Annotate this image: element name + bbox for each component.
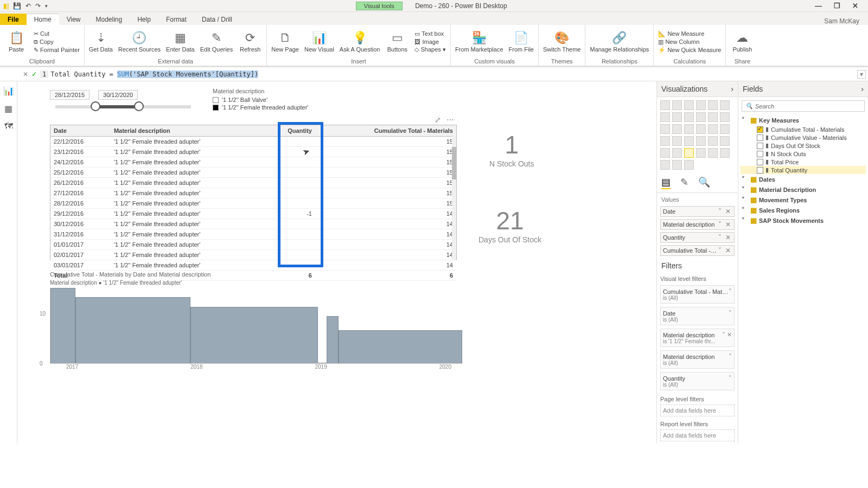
switch-theme-button[interactable]: 🎨Switch Theme	[543, 31, 581, 53]
report-filters-drop[interactable]: Add data fields here	[660, 429, 735, 441]
table-scrollbar[interactable]	[452, 136, 456, 260]
formula-commit-icon[interactable]: ✓	[31, 70, 37, 78]
tab-modeling[interactable]: Modeling	[88, 14, 130, 25]
cut-button[interactable]: ✂ Cut	[34, 30, 80, 37]
checkbox-icon[interactable]	[757, 134, 763, 141]
field-table[interactable]: ˅▦Dates	[741, 174, 866, 184]
enter-data-button[interactable]: ▦Enter Data	[166, 31, 195, 53]
tab-data-drill[interactable]: Data / Drill	[194, 14, 240, 25]
new-page-button[interactable]: 🗋New Page	[271, 31, 299, 53]
fields-header[interactable]: Fields ›	[738, 81, 868, 97]
field-measure[interactable]: ▮Cumulative Value - Materials	[741, 133, 866, 142]
table-row[interactable]: 03/01/2017'1 1/2'' Female threaded adupt…	[50, 260, 456, 271]
field-measure[interactable]: ▮N Stock Outs	[741, 150, 866, 158]
col-cumulative[interactable]: Cumulative Total - Materials	[315, 125, 456, 137]
fields-search-input[interactable]: 🔍 Search	[742, 100, 865, 112]
slicer-track[interactable]	[55, 105, 191, 108]
col-quantity[interactable]: Quantity	[264, 125, 315, 137]
qat-redo-icon[interactable]: ↷	[35, 2, 41, 10]
checkbox-icon[interactable]	[757, 151, 763, 157]
checkbox-icon[interactable]	[757, 159, 763, 165]
new-quick-measure-button[interactable]: ⚡ New Quick Measure	[658, 47, 721, 54]
slicer-handle-left[interactable]	[91, 101, 100, 111]
report-view-icon[interactable]: 📊	[3, 86, 14, 96]
edit-queries-button[interactable]: ✎Edit Queries	[200, 31, 233, 53]
date-end[interactable]: 30/12/2020	[98, 90, 138, 100]
well-quantity[interactable]: Quantity˅ ✕	[660, 232, 735, 243]
textbox-button[interactable]: ▭ Text box	[414, 30, 445, 37]
formula-input[interactable]: 1Total Quantity = SUM('SAP Stock Movemen…	[40, 70, 854, 78]
table-row[interactable]: 26/12/2016'1 1/2'' Female threaded adupt…	[50, 178, 456, 188]
checkbox-icon[interactable]	[757, 126, 763, 133]
table-visual[interactable]: ⤢ ⋯ Date Material description Quantity C…	[50, 125, 457, 260]
qat-save-icon[interactable]: 💾	[13, 2, 21, 10]
visualizations-header[interactable]: Visualizations ›	[657, 81, 738, 97]
tab-help[interactable]: Help	[130, 14, 158, 25]
filter-card[interactable]: Quantity˅is (All)	[660, 372, 735, 390]
col-material[interactable]: Material description	[111, 125, 264, 137]
analytics-tab-icon[interactable]: 🔍	[698, 176, 710, 189]
legend-item-0[interactable]: '1 1/2'' Ball Valve'	[213, 97, 308, 103]
refresh-button[interactable]: ⟳Refresh	[238, 31, 262, 53]
legend-item-1[interactable]: '1 1/2'' Female threaded adupter'	[213, 104, 308, 111]
filter-card[interactable]: Date˅is (All)	[660, 307, 735, 325]
date-slicer[interactable]: 28/12/2015 30/12/2020	[50, 90, 196, 108]
col-date[interactable]: Date	[50, 125, 111, 137]
table-row[interactable]: 25/12/2016'1 1/2'' Female threaded adupt…	[50, 168, 456, 178]
table-row[interactable]: 27/12/2016'1 1/2'' Female threaded adupt…	[50, 188, 456, 198]
slicer-handle-right[interactable]	[134, 101, 144, 111]
checkbox-icon[interactable]	[757, 143, 763, 149]
filter-card[interactable]: Material description˅ ✕is '1 1/2'' Femal…	[660, 329, 735, 347]
report-canvas[interactable]: 28/12/2015 30/12/2020 Material descripti…	[17, 81, 656, 444]
window-minimize-icon[interactable]: —	[815, 2, 822, 10]
data-view-icon[interactable]: ▦	[4, 104, 12, 114]
table-row[interactable]: 23/12/2016'1 1/2'' Female threaded adupt…	[50, 147, 456, 157]
field-table[interactable]: ˅▦SAP Stock Movements	[741, 215, 866, 226]
well-material[interactable]: Material description˅ ✕	[660, 219, 735, 230]
table-row[interactable]: 02/01/2017'1 1/2'' Female threaded adupt…	[50, 250, 456, 260]
kpi-days-out-of-stock[interactable]: 21 Days Out Of Stock	[478, 206, 541, 244]
field-measure[interactable]: ▮Cumulative Total - Materials	[741, 125, 866, 133]
formula-cancel-icon[interactable]: ✕	[23, 70, 28, 78]
from-file-button[interactable]: 📄From File	[509, 31, 534, 53]
table-row[interactable]: 30/12/2016'1 1/2'' Female threaded adupt…	[50, 219, 456, 229]
new-visual-button[interactable]: 📊New Visual	[304, 31, 334, 53]
well-cumulative[interactable]: Cumulative Total - Mate...˅ ✕	[660, 245, 735, 256]
shapes-button[interactable]: ◇ Shapes ▾	[414, 46, 445, 53]
table-key-measures[interactable]: ˅▦Key Measures	[741, 115, 866, 125]
qat-undo-icon[interactable]: ↶	[25, 2, 31, 10]
filter-card[interactable]: Material description˅is (All)	[660, 350, 735, 369]
table-row[interactable]: 28/12/2016'1 1/2'' Female threaded adupt…	[50, 198, 456, 209]
page-filters-drop[interactable]: Add data fields here	[660, 404, 735, 416]
manage-relationships-button[interactable]: 🔗Manage Relationships	[590, 31, 649, 53]
field-measure[interactable]: ▮Total Price	[741, 158, 866, 166]
publish-button[interactable]: ☁Publish	[730, 31, 754, 53]
fields-well-tab-icon[interactable]: ▤	[661, 176, 671, 189]
buttons-button[interactable]: ▭Buttons	[385, 31, 409, 53]
format-tab-icon[interactable]: ✎	[680, 176, 688, 189]
table-row[interactable]: 24/12/2016'1 1/2'' Female threaded adupt…	[50, 157, 456, 168]
marketplace-button[interactable]: 🏪From Marketplace	[455, 31, 503, 53]
table-focus-icon[interactable]: ⤢	[435, 115, 441, 124]
model-view-icon[interactable]: 🗺	[4, 121, 13, 131]
date-start[interactable]: 28/12/2015	[50, 90, 90, 100]
recent-sources-button[interactable]: 🕘Recent Sources	[118, 31, 161, 53]
field-table[interactable]: ˅▦Sales Regions	[741, 205, 866, 215]
window-maximize-icon[interactable]: ❐	[834, 2, 840, 10]
tab-view[interactable]: View	[59, 14, 88, 25]
kpi-n-stock-outs[interactable]: 1 N Stock Outs	[489, 130, 534, 168]
viz-gallery[interactable]	[657, 97, 738, 173]
image-button[interactable]: 🖼 Image	[414, 38, 445, 45]
paste-button[interactable]: 📋Paste	[4, 31, 28, 53]
area-chart-visual[interactable]: Cumulative Total - Materials by Date and…	[50, 271, 462, 374]
tab-file[interactable]: File	[0, 14, 27, 25]
table-row[interactable]: 01/01/2017'1 1/2'' Female threaded adupt…	[50, 240, 456, 250]
ask-question-button[interactable]: 💡Ask A Question	[340, 31, 380, 53]
get-data-button[interactable]: ⇣Get Data	[89, 31, 113, 53]
filter-card[interactable]: Cumulative Total - Mate...˅is (All)	[660, 285, 735, 304]
new-measure-button[interactable]: 📐 New Measure	[658, 30, 721, 37]
copy-button[interactable]: ⧉ Copy	[34, 38, 80, 46]
field-table[interactable]: ˅▦Movement Types	[741, 195, 866, 205]
tab-format[interactable]: Format	[158, 14, 194, 25]
tab-home[interactable]: Home	[27, 14, 59, 25]
